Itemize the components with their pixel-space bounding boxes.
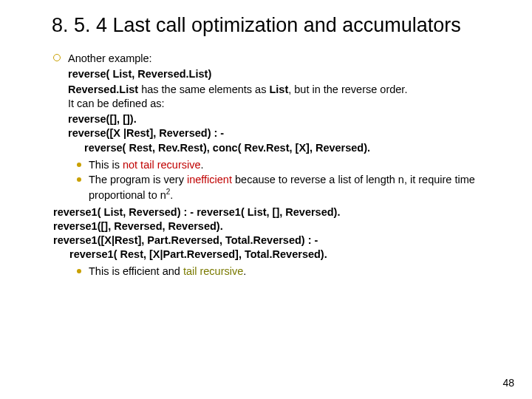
slide-title: 8. 5. 4 Last call optimization and accum… — [52, 13, 488, 38]
code-block-1: reverse([], []). reverse([X |Rest], Reve… — [68, 112, 488, 154]
desc-line: Reversed.List has the same elements as L… — [68, 83, 488, 97]
bullet-dot-icon — [77, 269, 81, 273]
main-content: Another example: reverse( List, Reversed… — [68, 52, 488, 282]
term-list: List — [269, 83, 288, 95]
bullet-open-icon — [53, 54, 61, 61]
sub-list-1: This is not tail recursive. The program … — [77, 158, 488, 202]
term-reversed: Reversed.List — [68, 83, 138, 95]
signature-line: reverse( List, Reversed.List) — [68, 67, 488, 81]
code-block-2: reverse1( List, Reversed) : - reverse1( … — [53, 205, 488, 262]
intro-line: Another example: — [68, 52, 488, 66]
page-number: 48 — [502, 377, 514, 389]
sub-list-2: This is efficient and tail recursive. — [77, 265, 488, 279]
sub1: This is not tail recursive. — [89, 158, 204, 172]
sub3: This is efficient and tail recursive. — [89, 265, 246, 279]
bullet-dot-icon — [77, 177, 81, 182]
defined-line: It can be defined as: — [68, 97, 488, 111]
sub2: The program is very inefficient because … — [89, 173, 488, 202]
bullet-dot-icon — [77, 163, 81, 167]
